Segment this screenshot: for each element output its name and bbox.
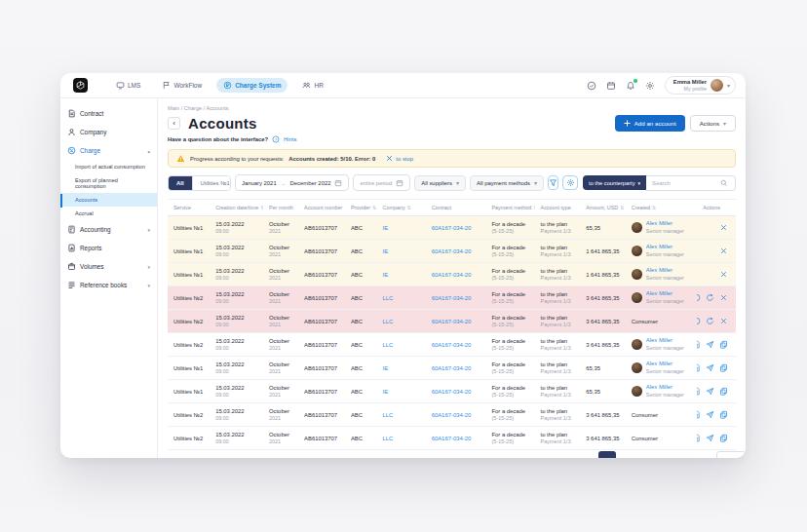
creator-name-link[interactable]: Alex Miller — [646, 337, 684, 344]
close-action-button[interactable] — [719, 247, 728, 255]
sort-icon[interactable]: ⇅ — [652, 205, 656, 210]
contract-link[interactable]: 60A167-034-20 — [432, 295, 472, 301]
sidebar-item-volumes[interactable]: Volumes▾ — [60, 257, 157, 276]
company-link[interactable]: IE — [383, 248, 389, 254]
document-action-button[interactable] — [697, 387, 701, 396]
creator-name-link[interactable]: Alex Miller — [646, 290, 684, 297]
sidebar-item-reports[interactable]: Reports — [60, 239, 157, 257]
counterparty-dropdown[interactable]: to the counterparty ▾ — [583, 175, 646, 190]
contract-link[interactable]: 60A167-034-20 — [432, 436, 472, 441]
creator-name-link[interactable]: Alex Miller — [646, 244, 684, 250]
info-action-button[interactable] — [697, 293, 701, 302]
column-header-created[interactable]: Created⇅ — [626, 205, 697, 210]
filter-funnel-button[interactable] — [548, 175, 558, 190]
add-account-button[interactable]: Add an account — [615, 115, 685, 132]
contract-link[interactable]: 60A167-034-20 — [432, 248, 472, 254]
search-input[interactable] — [652, 180, 720, 186]
creator-name-link[interactable]: Alex Miller — [646, 220, 684, 227]
company-link[interactable]: IE — [383, 389, 389, 395]
company-link[interactable]: LLC — [383, 319, 394, 324]
column-header-payment-method[interactable]: Payment method⇅ — [485, 205, 534, 210]
stop-link[interactable]: to stop — [386, 155, 413, 162]
sidebar-item-contract[interactable]: Contract — [60, 104, 157, 123]
send-action-button[interactable] — [706, 363, 714, 372]
send-action-button[interactable] — [706, 340, 714, 349]
company-link[interactable]: LLC — [383, 342, 394, 348]
sort-icon[interactable]: ⇅ — [407, 205, 411, 210]
company-link[interactable]: LLC — [383, 436, 394, 441]
settings-gear-icon[interactable] — [645, 80, 656, 91]
copy-action-button[interactable] — [719, 410, 728, 419]
document-action-button[interactable] — [697, 340, 701, 349]
app-logo-icon[interactable] — [73, 78, 88, 93]
company-link[interactable]: LLC — [383, 412, 394, 418]
nav-item-hr[interactable]: HR — [295, 78, 329, 93]
nav-item-charge-system[interactable]: Charge System — [216, 78, 288, 93]
contract-link[interactable]: 60A167-034-20 — [432, 319, 472, 324]
date-range-picker[interactable]: January 2021 → December 2022 — [235, 174, 350, 191]
close-action-button[interactable] — [719, 223, 728, 232]
table-settings-button[interactable] — [562, 175, 578, 190]
info-action-button[interactable] — [697, 317, 701, 325]
contract-link[interactable]: 60A167-034-20 — [432, 272, 472, 278]
sidebar-subitem-accrual[interactable]: Accrual — [60, 207, 157, 220]
segment-utilities-№1[interactable]: Utilities №1 — [193, 176, 231, 190]
column-header-creation-date-time[interactable]: Creation date/time⇅ — [210, 205, 263, 210]
hints-link[interactable]: Hints — [284, 136, 296, 142]
sort-icon[interactable]: ⇅ — [372, 205, 376, 210]
actions-button[interactable]: Actions ▾ — [690, 115, 736, 132]
company-link[interactable]: IE — [383, 365, 389, 371]
close-action-button[interactable] — [719, 317, 728, 325]
send-action-button[interactable] — [706, 410, 714, 419]
contract-link[interactable]: 60A167-034-20 — [432, 412, 472, 418]
current-page-button[interactable] — [598, 451, 616, 458]
copy-action-button[interactable] — [719, 363, 728, 372]
close-action-button[interactable] — [719, 293, 728, 302]
document-action-button[interactable] — [697, 363, 701, 372]
sidebar-item-accounting[interactable]: Accounting▾ — [60, 220, 157, 239]
nav-item-workflow[interactable]: WorkFlow — [155, 78, 209, 93]
creator-name-link[interactable]: Alex Miller — [646, 384, 684, 391]
copy-action-button[interactable] — [719, 387, 728, 396]
contract-link[interactable]: 60A167-034-20 — [432, 389, 472, 395]
company-link[interactable]: LLC — [383, 295, 394, 301]
user-profile-menu[interactable]: Emma Miller My profile ▾ — [665, 76, 736, 95]
copy-action-button[interactable] — [719, 340, 728, 349]
send-action-button[interactable] — [706, 434, 714, 442]
period-picker[interactable]: entire period — [353, 174, 410, 191]
sidebar-subitem-accounts[interactable]: Accounts — [60, 193, 157, 207]
sort-icon[interactable]: ⇅ — [620, 205, 624, 210]
sidebar-item-company[interactable]: Company — [60, 123, 157, 141]
document-action-button[interactable] — [697, 410, 701, 419]
column-header-amount-usd[interactable]: Amount, USD⇅ — [580, 205, 626, 210]
notifications-bell-icon[interactable] — [626, 80, 636, 91]
breadcrumb-charge[interactable]: Charge — [184, 105, 202, 111]
sidebar-subitem-export-of-planned-consumption[interactable]: Export of planned consumption — [60, 173, 157, 193]
close-action-button[interactable] — [719, 270, 728, 279]
copy-action-button[interactable] — [719, 434, 728, 442]
column-header-provider[interactable]: Provider⇅ — [345, 205, 377, 210]
sidebar-item-reference-books[interactable]: Reference books▾ — [60, 276, 157, 294]
creator-name-link[interactable]: Alex Miller — [646, 361, 684, 367]
refresh-action-button[interactable] — [706, 293, 714, 302]
company-link[interactable]: IE — [383, 225, 389, 231]
suppliers-select[interactable]: All suppliers ▾ — [414, 175, 466, 191]
contract-link[interactable]: 60A167-034-20 — [432, 342, 472, 348]
back-button[interactable]: ‹ — [168, 117, 180, 130]
breadcrumb-main[interactable]: Main — [168, 105, 179, 111]
payment-methods-select[interactable]: All payment methods ▾ — [470, 175, 544, 191]
company-link[interactable]: IE — [383, 272, 389, 278]
breadcrumb[interactable]: Main / Charge / Accounts — [168, 105, 736, 111]
contract-link[interactable]: 60A167-034-20 — [432, 225, 472, 231]
document-action-button[interactable] — [697, 434, 701, 442]
refresh-action-button[interactable] — [706, 317, 714, 325]
contract-link[interactable]: 60A167-034-20 — [432, 365, 472, 371]
creator-name-link[interactable]: Alex Miller — [646, 267, 684, 274]
page-size-select[interactable] — [716, 451, 746, 458]
segment-all[interactable]: All — [169, 176, 193, 190]
check-circle-icon[interactable] — [587, 80, 597, 91]
sidebar-item-charge[interactable]: Charge▴ — [60, 141, 157, 160]
column-header-company[interactable]: Company⇅ — [377, 205, 426, 210]
sidebar-subitem-import-of-actual-consumption[interactable]: Import of actual consumption — [60, 160, 157, 173]
send-action-button[interactable] — [706, 387, 714, 396]
